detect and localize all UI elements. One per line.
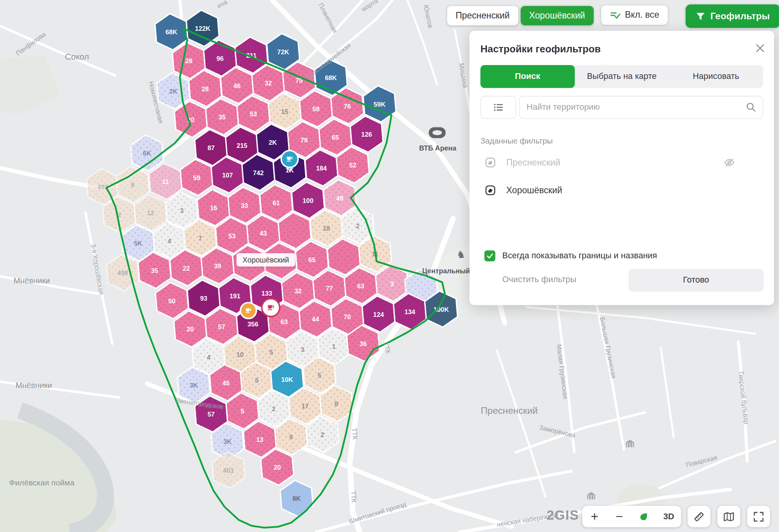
geofilters-panel: Настройки геофильтров Поиск Выбрать на к… — [470, 31, 774, 305]
toggle-all-label: Вкл. все — [625, 10, 659, 20]
funnel-icon — [695, 11, 705, 21]
geofilters-button[interactable]: Геофильтры — [685, 5, 779, 28]
building-icon — [625, 440, 634, 447]
building-icon — [587, 492, 595, 499]
hexagon[interactable]: 68K — [155, 14, 188, 50]
coffee-marker[interactable] — [241, 303, 256, 318]
filter-name: Пресненский — [506, 157, 560, 168]
hexagon[interactable]: 12 — [134, 194, 167, 231]
hexagon[interactable]: 100 — [292, 182, 324, 218]
territory-list-button[interactable] — [480, 96, 516, 119]
toggle-all-chip[interactable]: Вкл. все — [601, 5, 668, 25]
chip-presnensky[interactable]: Пресненский — [447, 6, 518, 25]
hexagon[interactable]: 57 — [205, 308, 238, 345]
hexagon[interactable]: 6 — [116, 166, 149, 202]
fullscreen-button[interactable] — [747, 506, 770, 527]
hexagon[interactable]: 124 — [362, 296, 395, 332]
hexagon[interactable] — [278, 212, 311, 249]
svg-text:♞: ♞ — [456, 249, 465, 260]
show-borders-label: Всегда показывать границы и названия — [502, 251, 657, 261]
tab-search[interactable]: Поиск — [480, 65, 575, 88]
geofilters-label: Геофильтры — [710, 11, 770, 22]
tab-pick-on-map[interactable]: Выбрать на карте — [575, 65, 669, 88]
coffee-marker[interactable] — [262, 299, 279, 316]
locate-button[interactable] — [632, 506, 656, 527]
filter-item-presnensky[interactable]: Пресненский — [470, 150, 774, 175]
ruler-icon — [692, 510, 705, 523]
app-stage: 68K122K289621172K2K2846327568K2035531558… — [0, 0, 779, 532]
hexagon[interactable]: 59 — [181, 159, 213, 196]
zoom-in-button[interactable]: + — [582, 506, 607, 527]
hexagon[interactable]: 93 — [187, 280, 220, 316]
hexagon[interactable]: 451 — [212, 452, 245, 488]
horse-icon: ♞ — [456, 249, 465, 260]
map-district-label: Хорошёвский — [237, 253, 295, 267]
filters-heading: Заданные фильтры — [480, 137, 553, 146]
chip-label: Пресненский — [456, 10, 510, 21]
chip-label: Хорошёвский — [529, 10, 585, 21]
filter-check-icon — [610, 10, 620, 20]
done-button[interactable]: Готово — [629, 269, 764, 291]
search-icon[interactable] — [745, 101, 757, 113]
ruler-button[interactable] — [687, 506, 710, 527]
filter-name: Хорошёвский — [506, 185, 562, 196]
search-input[interactable] — [519, 96, 763, 119]
hexagon[interactable]: 77 — [313, 270, 346, 306]
hexagon[interactable]: 65 — [296, 241, 328, 278]
hexagon[interactable]: 3 — [376, 265, 408, 301]
tab-draw[interactable]: Нарисовать — [669, 65, 763, 88]
panel-title: Настройки геофильтров — [480, 43, 601, 55]
hexagon[interactable]: 18 — [310, 210, 343, 246]
hexagon[interactable]: 50 — [155, 283, 188, 319]
hexagon[interactable]: 126 — [350, 116, 383, 152]
clear-filters-button[interactable]: Очистить фильтры — [502, 275, 576, 285]
territory-search — [519, 96, 763, 119]
eye-off-icon[interactable] — [723, 157, 735, 169]
map-attribution: 2GIS — [547, 508, 579, 523]
fullscreen-icon — [752, 510, 765, 523]
map-control-bar: + − 3D — [582, 506, 681, 527]
map-layers-button[interactable] — [717, 506, 740, 527]
hexagon[interactable]: 6K — [130, 135, 163, 171]
territory-icon — [485, 184, 496, 196]
hexagon[interactable]: 33 — [228, 187, 261, 223]
list-icon — [492, 101, 504, 113]
hexagon[interactable]: 122K — [186, 10, 219, 47]
stadium-icon — [429, 127, 446, 138]
close-icon[interactable] — [756, 44, 764, 52]
panel-tabs: Поиск Выбрать на карте Нарисовать — [480, 65, 763, 88]
location-pin-icon — [638, 510, 650, 522]
hexagon[interactable]: 20 — [174, 311, 207, 347]
filter-item-khoroshevsky[interactable]: Хорошёвский — [470, 178, 774, 203]
3d-button[interactable]: 3D — [656, 506, 681, 527]
hexagon[interactable]: 61 — [260, 185, 293, 221]
hexagon[interactable]: 16 — [197, 190, 230, 226]
territory-icon — [485, 157, 496, 169]
show-borders-checkbox[interactable] — [485, 251, 495, 261]
hexagon[interactable]: 3K — [177, 367, 210, 403]
hexagon[interactable]: 8K — [280, 480, 313, 517]
check-icon — [486, 252, 494, 260]
folded-map-icon — [722, 510, 736, 523]
chip-khoroshevsky[interactable]: Хорошёвский — [521, 6, 593, 25]
zoom-out-button[interactable]: − — [607, 506, 632, 527]
